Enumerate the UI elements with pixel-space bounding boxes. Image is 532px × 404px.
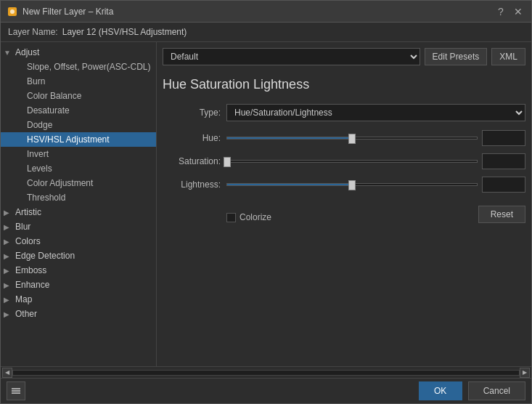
layers-icon	[10, 385, 22, 397]
sidebar-label-desaturate: Desaturate	[27, 105, 153, 116]
window-title: New Filter Layer – Krita	[22, 7, 113, 17]
svg-point-1	[10, 9, 15, 14]
sidebar-item-map[interactable]: ▶Map	[1, 292, 156, 307]
colorize-label: Colorize	[240, 212, 271, 222]
lightness-input[interactable]	[483, 179, 531, 190]
right-panel: Default Edit Presets XML Hue Saturation …	[157, 42, 531, 366]
tree-arrow-other: ▶	[4, 310, 15, 318]
sidebar-item-burn[interactable]: Burn	[1, 74, 156, 89]
sidebar-label-slope: Slope, Offset, Power(ASC-CDL)	[27, 62, 153, 72]
scroll-left-button[interactable]: ◀	[2, 368, 12, 378]
sidebar-label-colors: Colors	[15, 236, 153, 246]
hue-slider[interactable]	[226, 137, 478, 140]
svg-rect-4	[12, 392, 20, 394]
preset-select[interactable]: Default	[163, 48, 420, 65]
type-label: Type:	[163, 108, 221, 118]
svg-rect-3	[12, 390, 20, 392]
ok-button[interactable]: OK	[419, 381, 462, 400]
sidebar-item-adjust[interactable]: ▼Adjust	[1, 45, 156, 60]
sidebar-label-color-balance: Color Balance	[27, 91, 153, 101]
tree-arrow-enhance: ▶	[4, 281, 15, 289]
hue-row: Hue: ▲ ▼	[163, 130, 525, 146]
edit-presets-button[interactable]: Edit Presets	[425, 48, 488, 65]
layers-toggle-button[interactable]	[7, 381, 25, 400]
type-row: Type: Hue/Saturation/Lightness	[163, 104, 525, 121]
layer-name-bar: Layer Name: Layer 12 (HSV/HSL Adjustment…	[1, 23, 531, 42]
sidebar-item-hsvhsl[interactable]: HSV/HSL Adjustment	[1, 132, 156, 147]
main-content: ▼AdjustSlope, Offset, Power(ASC-CDL)Burn…	[1, 42, 531, 366]
layer-name-value: Layer 12 (HSV/HSL Adjustment)	[62, 27, 187, 37]
sidebar-label-map: Map	[15, 294, 153, 304]
filter-title: Hue Saturation Lightness	[163, 77, 309, 92]
sidebar-label-threshold: Threshold	[27, 193, 153, 203]
filter-title-row: Hue Saturation Lightness	[163, 71, 525, 104]
tree-arrow-adjust: ▼	[4, 49, 15, 57]
title-bar-left: New Filter Layer – Krita	[7, 6, 113, 17]
help-button[interactable]: ?	[494, 4, 508, 19]
hue-input[interactable]	[483, 133, 531, 143]
sidebar-label-invert: Invert	[27, 149, 153, 159]
layer-name-label: Layer Name:	[8, 27, 58, 37]
xml-button[interactable]: XML	[491, 48, 525, 65]
sidebar: ▼AdjustSlope, Offset, Power(ASC-CDL)Burn…	[1, 42, 157, 366]
sidebar-item-artistic[interactable]: ▶Artistic	[1, 205, 156, 219]
title-bar-right: ? ✕	[494, 4, 525, 19]
close-button[interactable]: ✕	[511, 4, 525, 19]
saturation-label: Saturation:	[163, 156, 221, 166]
sidebar-label-burn: Burn	[27, 76, 153, 86]
bottom-left	[7, 381, 25, 400]
scroll-right-button[interactable]: ▶	[520, 368, 530, 378]
reset-button[interactable]: Reset	[478, 206, 525, 223]
sidebar-item-colors[interactable]: ▶Colors	[1, 234, 156, 249]
dialog: New Filter Layer – Krita ? ✕ Layer Name:…	[0, 0, 532, 404]
preset-row: Default Edit Presets XML	[163, 48, 525, 65]
tree-arrow-artistic: ▶	[4, 209, 15, 217]
saturation-spinbox: ▲ ▼	[482, 153, 525, 169]
scroll-track[interactable]	[12, 370, 520, 376]
saturation-row: Saturation: ▲ ▼	[163, 153, 525, 169]
type-select[interactable]: Hue/Saturation/Lightness	[226, 104, 525, 121]
sidebar-item-blur[interactable]: ▶Blur	[1, 219, 156, 234]
saturation-slider[interactable]	[226, 160, 478, 163]
title-bar: New Filter Layer – Krita ? ✕	[1, 1, 531, 23]
sidebar-label-blur: Blur	[15, 222, 153, 232]
scroll-bar-area: ◀ ▶	[1, 366, 531, 378]
sidebar-item-other[interactable]: ▶Other	[1, 307, 156, 321]
footer-buttons: OK Cancel	[419, 381, 525, 400]
sidebar-label-emboss: Emboss	[15, 265, 153, 275]
sidebar-label-artistic: Artistic	[15, 207, 153, 217]
tree-arrow-emboss: ▶	[4, 267, 15, 275]
sidebar-item-desaturate[interactable]: Desaturate	[1, 103, 156, 118]
sidebar-label-other: Other	[15, 309, 153, 319]
hue-spinbox: ▲ ▼	[482, 130, 525, 146]
colorize-row: Colorize	[163, 212, 271, 222]
sidebar-item-levels[interactable]: Levels	[1, 161, 156, 176]
svg-rect-2	[12, 388, 20, 389]
colorize-checkbox[interactable]	[226, 213, 236, 222]
tree-arrow-map: ▶	[4, 296, 15, 304]
sidebar-label-dodge: Dodge	[27, 120, 153, 130]
lightness-spinbox: ▲ ▼	[482, 177, 525, 193]
sidebar-item-invert[interactable]: Invert	[1, 147, 156, 161]
sidebar-label-enhance: Enhance	[15, 280, 153, 290]
sidebar-item-emboss[interactable]: ▶Emboss	[1, 263, 156, 278]
sidebar-item-color-adjustment[interactable]: Color Adjustment	[1, 176, 156, 190]
lightness-row: Lightness: ▲ ▼	[163, 177, 525, 193]
sidebar-item-dodge[interactable]: Dodge	[1, 118, 156, 132]
hue-label: Hue:	[163, 133, 221, 143]
saturation-input[interactable]	[483, 156, 531, 166]
sidebar-label-color-adjustment: Color Adjustment	[27, 178, 153, 188]
sidebar-item-threshold[interactable]: Threshold	[1, 190, 156, 205]
bottom-bar: OK Cancel	[1, 378, 531, 403]
sidebar-item-edge-detection[interactable]: ▶Edge Detection	[1, 249, 156, 263]
sidebar-label-hsvhsl: HSV/HSL Adjustment	[27, 134, 153, 145]
lightness-slider[interactable]	[226, 183, 478, 186]
lightness-label: Lightness:	[163, 179, 221, 190]
sidebar-item-color-balance[interactable]: Color Balance	[1, 89, 156, 103]
tree-arrow-blur: ▶	[4, 223, 15, 231]
cancel-button[interactable]: Cancel	[468, 381, 525, 400]
sidebar-label-levels: Levels	[27, 163, 153, 174]
sidebar-item-slope[interactable]: Slope, Offset, Power(ASC-CDL)	[1, 60, 156, 74]
tree-arrow-edge-detection: ▶	[4, 252, 15, 260]
sidebar-item-enhance[interactable]: ▶Enhance	[1, 278, 156, 292]
